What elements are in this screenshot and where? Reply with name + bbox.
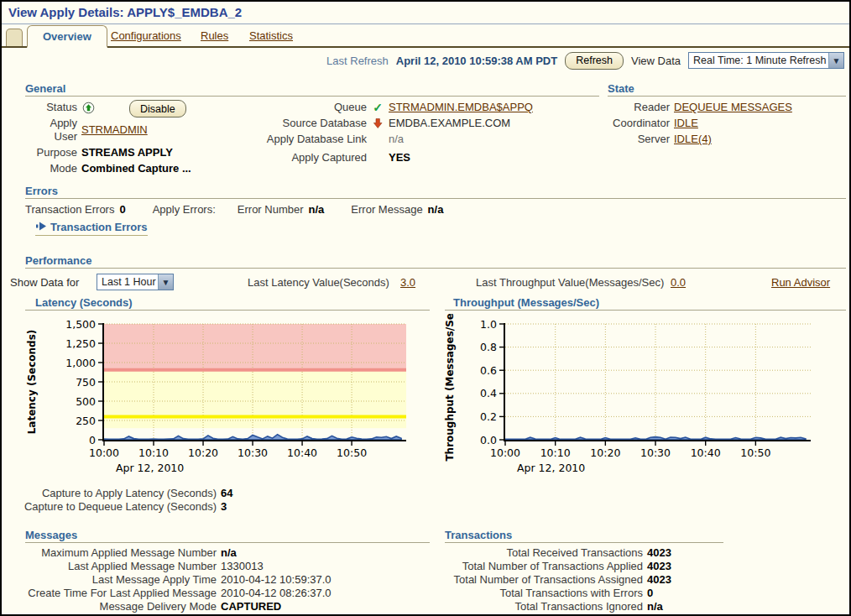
svg-text:10:40: 10:40 xyxy=(691,446,721,459)
transaction-row-value: 4023 xyxy=(647,573,671,587)
transactions-divider xyxy=(445,542,723,543)
chevron-down-icon[interactable]: ▼ xyxy=(158,274,173,290)
server-link[interactable]: IDLE(4) xyxy=(674,133,712,146)
list-item: Total Transactions Ignoredn/a xyxy=(441,600,671,613)
check-icon: ✓ xyxy=(371,102,384,112)
purpose-label: Purpose xyxy=(25,146,77,159)
transaction-errors-link-label: Transaction Errors xyxy=(50,221,148,233)
title-bar: View Apply Details: APPLY$_EMDBA_2 xyxy=(2,2,849,24)
svg-text:750: 750 xyxy=(76,376,96,389)
message-row-value: CAPTURED xyxy=(221,600,281,613)
error-number-label: Error Number xyxy=(238,203,304,216)
state-column: Reader DEQUEUE MESSAGES Coordinator IDLE… xyxy=(608,101,846,149)
transaction-errors-disclosure[interactable]: Transaction Errors xyxy=(35,221,148,236)
apply-user-row: Apply User STRMADMIN xyxy=(25,117,210,144)
transaction-row-label: Total Transactions with Errors xyxy=(441,587,643,600)
throughput-chart: 0.00.20.40.60.81.010:0010:1010:2010:3010… xyxy=(441,314,844,482)
error-number-value: n/a xyxy=(309,203,325,216)
svg-text:10:20: 10:20 xyxy=(188,446,218,459)
errors-heading: Errors xyxy=(25,185,58,197)
server-row: Server IDLE(4) xyxy=(608,133,846,146)
status-up-icon xyxy=(81,102,95,114)
disclosure-arrow-icon xyxy=(35,221,47,233)
list-item: Total Received Transactions4023 xyxy=(441,546,671,560)
svg-text:10:10: 10:10 xyxy=(138,446,169,459)
apply-user-link[interactable]: STRMADMIN xyxy=(81,123,148,137)
chevron-down-icon[interactable]: ▼ xyxy=(828,53,843,68)
general-middle-column: Queue ✓ STRMADMIN.EMDBA$APPQ Source Data… xyxy=(211,101,564,167)
tab-overview[interactable]: Overview xyxy=(27,25,107,48)
list-item: Message Delivery ModeCAPTURED xyxy=(22,600,332,613)
capture-to-dequeue-latency-row: Capture to Dequeue Latency (Seconds) 3 xyxy=(22,500,232,514)
svg-text:1,500: 1,500 xyxy=(65,318,96,331)
svg-text:500: 500 xyxy=(76,395,96,408)
svg-text:0.0: 0.0 xyxy=(480,434,497,446)
capture-to-apply-latency-row: Capture to Apply Latency (Seconds) 64 Ca… xyxy=(22,487,232,514)
tab-rules[interactable]: Rules xyxy=(201,29,228,42)
refresh-bar: Last Refresh April 12, 2010 10:59:38 AM … xyxy=(326,50,844,70)
svg-text:1,000: 1,000 xyxy=(65,357,96,369)
throughput-chart-title: Throughput (Messages/Sec) xyxy=(453,296,599,309)
tab-bar: Overview Configurations Rules Statistics xyxy=(2,24,849,48)
arrow-down-icon xyxy=(371,117,384,129)
message-row-label: Last Message Apply Time xyxy=(22,573,217,587)
list-item: Maximum Applied Message Numbern/a xyxy=(22,546,332,560)
capture-to-dequeue-latency-label: Capture to Dequeue Latency (Seconds) xyxy=(22,500,217,514)
svg-text:0: 0 xyxy=(89,434,96,446)
svg-text:10:00: 10:00 xyxy=(89,446,119,459)
tab-statistics[interactable]: Statistics xyxy=(249,29,293,42)
message-row-label: Message Delivery Mode xyxy=(22,600,217,613)
show-data-for-label: Show Data for xyxy=(10,276,79,289)
capture-to-dequeue-latency-value: 3 xyxy=(221,500,227,514)
svg-text:0.2: 0.2 xyxy=(480,410,497,423)
last-latency-value-link[interactable]: 3.0 xyxy=(400,276,415,289)
reader-link[interactable]: DEQUEUE MESSAGES xyxy=(674,101,792,114)
queue-link[interactable]: STRMADMIN.EMDBA$APPQ xyxy=(389,101,533,114)
svg-text:10:30: 10:30 xyxy=(640,446,671,459)
svg-text:250: 250 xyxy=(76,415,96,427)
disable-button[interactable]: Disable xyxy=(129,100,186,117)
coordinator-link[interactable]: IDLE xyxy=(674,117,698,130)
latency-chart: 02505007501,0001,2501,50010:0010:1010:20… xyxy=(23,314,436,482)
mode-value: Combined Capture ... xyxy=(81,162,191,175)
messages-heading: Messages xyxy=(25,529,77,541)
last-throughput-value-link[interactable]: 0.0 xyxy=(671,276,686,289)
performance-divider xyxy=(25,268,846,269)
run-advisor-link[interactable]: Run Advisor xyxy=(771,276,830,289)
svg-text:10:40: 10:40 xyxy=(287,446,317,459)
messages-list: Maximum Applied Message Numbern/a Last A… xyxy=(22,546,332,613)
reader-row: Reader DEQUEUE MESSAGES xyxy=(608,101,846,114)
message-row-label: Last Applied Message Number xyxy=(22,560,217,573)
list-item: Last Message Apply Time2010-04-12 10:59:… xyxy=(22,573,332,587)
transaction-row-label: Total Number of Transactions Applied xyxy=(441,560,643,573)
transactions-list: Total Received Transactions4023 Total Nu… xyxy=(441,546,671,613)
list-item: Total Number of Transactions Assigned402… xyxy=(441,573,671,587)
state-heading: State xyxy=(608,82,634,95)
apply-db-link-value: n/a xyxy=(389,133,404,146)
transaction-row-value: 4023 xyxy=(647,546,671,560)
view-data-select[interactable]: Real Time: 1 Minute Refresh ▼ xyxy=(688,52,844,69)
capture-to-apply-latency-label: Capture to Apply Latency (Seconds) xyxy=(22,487,217,500)
general-divider xyxy=(25,96,599,97)
apply-user-label: Apply User xyxy=(25,117,77,144)
show-data-for-select[interactable]: Last 1 Hour ▼ xyxy=(97,274,174,290)
svg-text:Throughput (Messages/Sec): Throughput (Messages/Sec) xyxy=(444,314,456,462)
errors-divider xyxy=(25,198,846,199)
message-row-value: n/a xyxy=(221,546,237,560)
transaction-row-label: Total Received Transactions xyxy=(441,546,643,560)
svg-text:0.8: 0.8 xyxy=(480,341,497,353)
error-message-value: n/a xyxy=(428,203,444,216)
last-refresh-timestamp: April 12, 2010 10:59:38 AM PDT xyxy=(396,55,557,67)
performance-heading: Performance xyxy=(25,254,91,267)
view-data-selected-option: Real Time: 1 Minute Refresh xyxy=(693,55,826,66)
source-database-row: Source Database EMDBA.EXAMPLE.COM xyxy=(211,117,564,130)
purpose-value: STREAMS APPLY xyxy=(81,146,173,159)
view-apply-details-window: View Apply Details: APPLY$_EMDBA_2 Overv… xyxy=(0,0,851,616)
apply-db-link-label: Apply Database Link xyxy=(211,133,367,146)
tab-stub xyxy=(6,29,23,46)
tab-configurations[interactable]: Configurations xyxy=(111,29,181,42)
transaction-row-value: 4023 xyxy=(647,560,671,573)
transaction-errors-value: 0 xyxy=(119,203,125,216)
reader-label: Reader xyxy=(608,101,670,114)
refresh-button[interactable]: Refresh xyxy=(565,52,624,70)
